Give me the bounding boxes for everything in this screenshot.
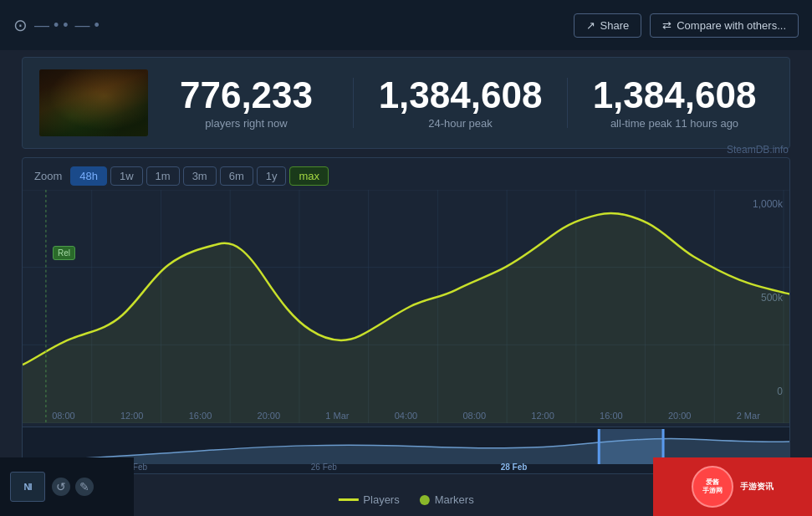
current-players-block: 776,233 players right now [148, 77, 345, 130]
zoom-1y-button[interactable]: 1y [257, 166, 287, 186]
stat-divider-2 [567, 78, 568, 128]
x-label-2mar: 2 Mar [737, 411, 760, 421]
x-label-2000b: 20:00 [668, 411, 692, 421]
zoom-bar: Zoom 48h 1w 1m 3m 6m 1y max [34, 166, 329, 186]
action-buttons: ↗ Share ⇄ Compare with others... [574, 13, 799, 38]
legend-players-label: Players [363, 493, 399, 506]
zoom-label: Zoom [34, 170, 62, 182]
zoom-3m-button[interactable]: 3m [183, 166, 217, 186]
mini-date-28feb: 28 Feb [501, 462, 528, 472]
legend-markers: Markers [420, 493, 474, 506]
zoom-1w-button[interactable]: 1w [110, 166, 143, 186]
promo-circle: 爱酱 手游网 [692, 466, 733, 508]
logo-icon-2: ✎ [75, 478, 94, 496]
share-button[interactable]: ↗ Share [574, 13, 642, 38]
peak-24h-label: 24-hour peak [362, 117, 559, 130]
alltime-peak-block: 1,384,608 all-time peak 11 hours ago [576, 77, 773, 130]
current-players-number: 776,233 [148, 77, 345, 114]
stat-divider-1 [353, 78, 354, 128]
x-label-1200: 12:00 [120, 411, 144, 421]
chart-container: Zoom 48h 1w 1m 3m 6m 1y max 1,000k 500k … [22, 157, 790, 474]
stats-panel: 776,233 players right now 1,384,608 24-h… [22, 57, 790, 149]
rel-badge: Rel [53, 246, 75, 260]
promo-tagline: 手游资讯 [740, 482, 774, 491]
share-label: Share [600, 19, 630, 32]
chart-legend: Players Markers [338, 493, 473, 506]
compare-label: Compare with others... [677, 19, 786, 32]
chart-svg [23, 190, 789, 423]
x-labels: 08:00 12:00 16:00 20:00 1 Mar 04:00 08:0… [23, 411, 789, 421]
alltime-peak-label: all-time peak 11 hours ago [576, 117, 773, 130]
alltime-peak-number: 1,384,608 [576, 77, 773, 114]
promo-text: 手游资讯 [740, 481, 774, 493]
x-label-1200b: 12:00 [531, 411, 554, 421]
logo-icons: ↺ ✎ [52, 478, 94, 496]
nav-icon: ⊙ [13, 15, 28, 35]
breadcrumb-area: ⊙ — • • — • [13, 15, 100, 35]
legend-players-line [338, 498, 358, 501]
x-label-0400: 04:00 [395, 411, 418, 421]
promo-circle-text: 爱酱 手游网 [702, 478, 723, 494]
compare-button[interactable]: ⇄ Compare with others... [650, 13, 799, 38]
svg-rect-17 [598, 429, 600, 464]
legend-markers-dot [420, 495, 430, 505]
share-icon: ↗ [586, 19, 595, 32]
x-label-0800b: 08:00 [463, 411, 487, 421]
breadcrumb-text: — • [75, 17, 100, 34]
zoom-48h-button[interactable]: 48h [70, 166, 107, 186]
zoom-6m-button[interactable]: 6m [220, 166, 253, 186]
peak-24h-block: 1,384,608 24-hour peak [362, 77, 559, 130]
steamdb-credit: SteamDB.info [727, 144, 789, 156]
x-label-0800: 08:00 [52, 411, 75, 421]
x-label-1600: 16:00 [189, 411, 212, 421]
mini-date-26feb: 26 Feb [311, 462, 337, 472]
x-label-2000: 20:00 [258, 411, 281, 421]
x-label-1mar: 1 Mar [325, 411, 349, 421]
logo-icon-1: ↺ [52, 478, 70, 496]
zoom-max-button[interactable]: max [289, 166, 329, 186]
breadcrumb-dots: — • • [34, 17, 69, 34]
legend-markers-label: Markers [435, 493, 474, 506]
legend-players: Players [338, 493, 399, 506]
logo-box: NI [10, 472, 45, 502]
bottom-left-overlay: NI ↺ ✎ [0, 457, 134, 516]
game-thumbnail [39, 69, 148, 136]
zoom-1m-button[interactable]: 1m [146, 166, 180, 186]
logo-text: NI [24, 482, 32, 492]
x-label-1600b: 16:00 [600, 411, 623, 421]
peak-24h-number: 1,384,608 [362, 77, 559, 114]
current-players-label: players right now [148, 117, 345, 130]
promo-box: 爱酱 手游网 手游资讯 [653, 457, 812, 516]
compare-icon: ⇄ [662, 19, 672, 32]
top-bar: ⊙ — • • — • ↗ Share ⇄ Compare with other… [0, 0, 812, 50]
